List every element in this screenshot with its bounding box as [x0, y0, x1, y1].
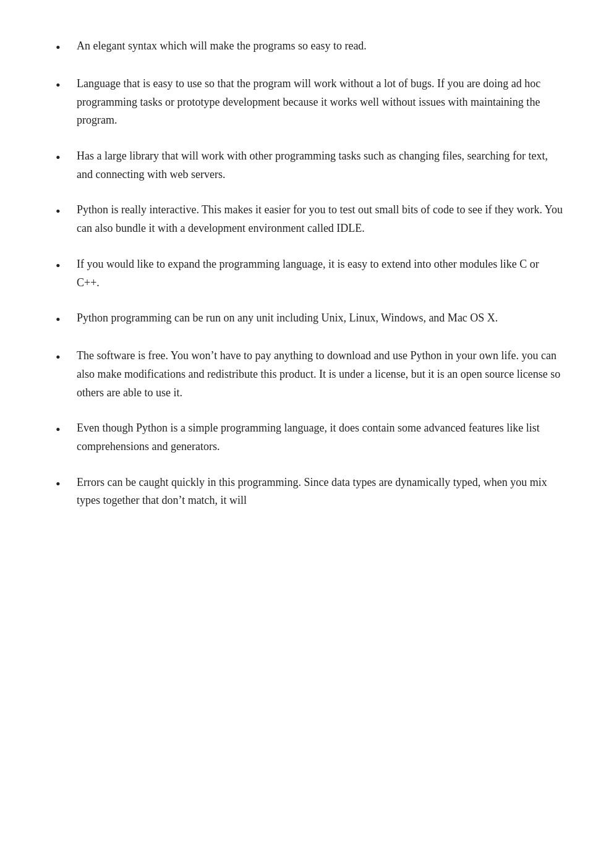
list-item-text: Errors can be caught quickly in this pro…	[77, 474, 565, 510]
bullet-symbol: •	[56, 419, 69, 440]
list-item-text: Has a large library that will work with …	[77, 147, 565, 184]
list-item: •Errors can be caught quickly in this pr…	[49, 474, 565, 510]
list-item: •Language that is easy to use so that th…	[49, 75, 565, 130]
list-item-text: The software is free. You won’t have to …	[77, 347, 565, 402]
bullet-symbol: •	[56, 347, 69, 367]
bullet-symbol: •	[56, 201, 69, 221]
bullet-symbol: •	[56, 37, 69, 57]
list-item-text: Language that is easy to use so that the…	[77, 75, 565, 130]
list-item: •Python is really interactive. This make…	[49, 201, 565, 237]
list-item-text: An elegant syntax which will make the pr…	[77, 37, 565, 56]
bullet-symbol: •	[56, 255, 69, 276]
list-item: •If you would like to expand the program…	[49, 255, 565, 292]
page-content: •An elegant syntax which will make the p…	[0, 0, 614, 564]
list-item-text: Python programming can be run on any uni…	[77, 309, 565, 328]
list-item: •The software is free. You won’t have to…	[49, 347, 565, 402]
bullet-list: •An elegant syntax which will make the p…	[49, 37, 565, 510]
list-item-text: Even though Python is a simple programmi…	[77, 419, 565, 456]
list-item: •Python programming can be run on any un…	[49, 309, 565, 330]
list-item-text: If you would like to expand the programm…	[77, 255, 565, 292]
list-item: •Has a large library that will work with…	[49, 147, 565, 184]
bullet-symbol: •	[56, 75, 69, 95]
list-item: •An elegant syntax which will make the p…	[49, 37, 565, 57]
bullet-symbol: •	[56, 309, 69, 330]
list-item-text: Python is really interactive. This makes…	[77, 201, 565, 237]
bullet-symbol: •	[56, 474, 69, 494]
list-item: •Even though Python is a simple programm…	[49, 419, 565, 456]
bullet-symbol: •	[56, 147, 69, 168]
